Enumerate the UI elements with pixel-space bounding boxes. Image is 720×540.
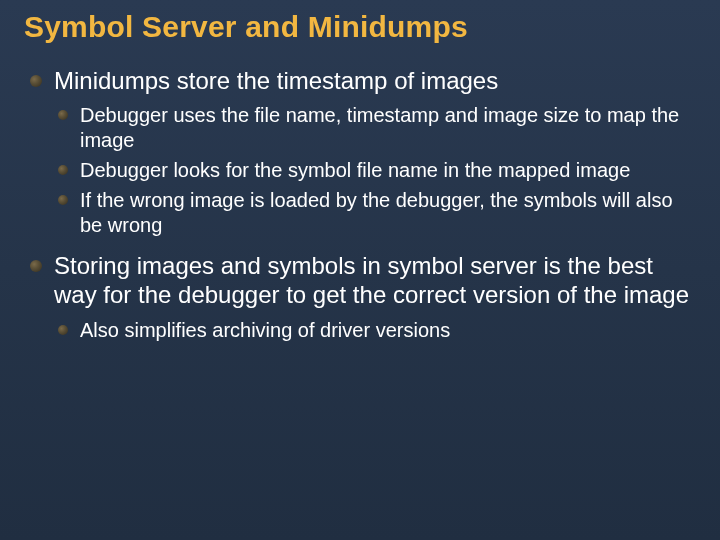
bullet-list-level2: Also simplifies archiving of driver vers… [54, 318, 696, 342]
list-item: Also simplifies archiving of driver vers… [54, 318, 696, 342]
slide-title: Symbol Server and Minidumps [24, 10, 696, 44]
list-item: If the wrong image is loaded by the debu… [54, 188, 696, 237]
bullet-text: Debugger looks for the symbol file name … [80, 159, 630, 181]
bullet-text: Also simplifies archiving of driver vers… [80, 319, 450, 341]
bullet-text: Storing images and symbols in symbol ser… [54, 252, 689, 308]
bullet-text: If the wrong image is loaded by the debu… [80, 189, 673, 235]
slide: Symbol Server and Minidumps Minidumps st… [0, 0, 720, 540]
list-item: Storing images and symbols in symbol ser… [24, 251, 696, 342]
bullet-list-level1: Minidumps store the timestamp of images … [24, 66, 696, 342]
bullet-text: Minidumps store the timestamp of images [54, 67, 498, 94]
list-item: Debugger looks for the symbol file name … [54, 158, 696, 182]
list-item: Minidumps store the timestamp of images … [24, 66, 696, 237]
bullet-list-level2: Debugger uses the file name, timestamp a… [54, 103, 696, 237]
bullet-text: Debugger uses the file name, timestamp a… [80, 104, 679, 150]
list-item: Debugger uses the file name, timestamp a… [54, 103, 696, 152]
